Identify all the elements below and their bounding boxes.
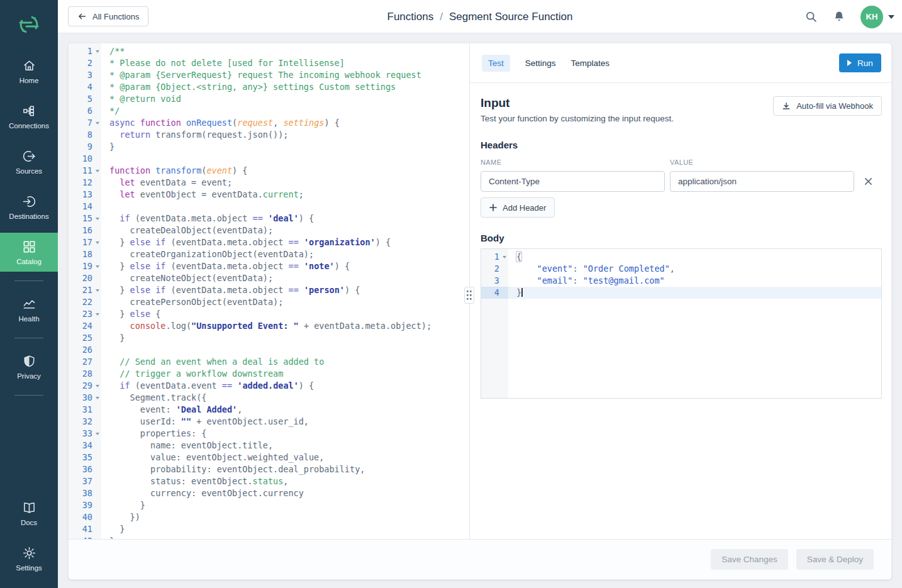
segment-logo[interactable] bbox=[18, 13, 40, 36]
sidebar-item-connections[interactable]: Connections bbox=[0, 97, 58, 136]
code-line[interactable]: 26 bbox=[69, 344, 469, 356]
code-line[interactable]: 2* Please do not delete [used for Intell… bbox=[69, 57, 469, 69]
fold-arrow-icon[interactable] bbox=[96, 433, 99, 435]
sidebar-item-destinations[interactable]: Destinations bbox=[0, 187, 58, 226]
code-line[interactable]: 10 bbox=[69, 153, 469, 165]
save-changes-button[interactable]: Save Changes bbox=[711, 549, 788, 570]
code-line[interactable]: 5* @return void bbox=[69, 93, 469, 105]
sidebar-item-label: Destinations bbox=[9, 213, 48, 220]
sidebar-item-catalog[interactable]: Catalog bbox=[0, 233, 58, 272]
fold-arrow-icon[interactable] bbox=[96, 397, 99, 399]
line-number: 37 bbox=[69, 475, 101, 487]
code-line[interactable]: 1/** bbox=[69, 45, 469, 57]
fold-arrow-icon[interactable] bbox=[96, 313, 99, 316]
fold-arrow-icon[interactable] bbox=[96, 241, 99, 244]
code-line[interactable]: 27 // Send an event when a deal is added… bbox=[69, 356, 469, 368]
all-functions-button[interactable]: All Functions bbox=[68, 6, 148, 26]
code-line[interactable]: 4} bbox=[481, 287, 881, 299]
header-name-input[interactable] bbox=[481, 171, 665, 192]
code-line[interactable]: 11function transform(event) { bbox=[69, 165, 469, 177]
code-line[interactable]: 37 status: eventObject.status, bbox=[69, 475, 469, 487]
sidebar-nav: HomeConnectionsSourcesDestinationsCatalo… bbox=[0, 52, 58, 404]
code-line[interactable]: 15 if (eventData.meta.object == 'deal') … bbox=[69, 213, 469, 225]
code-line[interactable]: 7async function onRequest(request, setti… bbox=[69, 117, 469, 129]
code-line[interactable]: 4* @param {Object.<string, any>} setting… bbox=[69, 81, 469, 93]
sidebar-item-label: Connections bbox=[9, 122, 49, 130]
run-button[interactable]: Run bbox=[839, 53, 881, 72]
code-line[interactable]: 16 createDealObject(eventData); bbox=[69, 225, 469, 236]
save-deploy-button[interactable]: Save & Deploy bbox=[796, 549, 874, 570]
fold-arrow-icon[interactable] bbox=[96, 170, 99, 172]
code-line[interactable]: 21 } else if (eventData.meta.object == '… bbox=[69, 284, 469, 296]
top-header: All Functions Functions / Segment Source… bbox=[58, 0, 902, 33]
code-line[interactable]: 33 properties: { bbox=[69, 428, 469, 440]
remove-header-button[interactable] bbox=[864, 177, 872, 186]
pane-drag-handle[interactable] bbox=[464, 287, 474, 304]
code-line[interactable]: 14 bbox=[69, 201, 469, 213]
code-line[interactable]: 39 } bbox=[69, 499, 469, 511]
code-line[interactable]: 28 // trigger a workflow downstream bbox=[69, 368, 469, 380]
notifications-bell-icon[interactable] bbox=[833, 10, 845, 23]
code-line[interactable]: 3 "email": "test@gmail.com" bbox=[481, 275, 881, 287]
test-panel: TestSettingsTemplates Run Input Test you… bbox=[470, 43, 891, 539]
line-number: 27 bbox=[69, 356, 101, 368]
code-line[interactable]: 35 value: eventObject.weighted_value, bbox=[69, 452, 469, 463]
source-code-editor[interactable]: 1/**2* Please do not delete [used for In… bbox=[69, 43, 469, 539]
code-line[interactable]: 41 } bbox=[69, 523, 469, 535]
fold-arrow-icon[interactable] bbox=[96, 50, 99, 53]
breadcrumb-parent[interactable]: Functions bbox=[387, 11, 434, 23]
line-number: 34 bbox=[69, 440, 101, 452]
code-line[interactable]: 24 console.log("Unsupported Event: " + e… bbox=[69, 320, 469, 332]
code-line[interactable]: 17 } else if (eventData.meta.object == '… bbox=[69, 236, 469, 248]
code-line[interactable]: 20 createNoteObject(eventData); bbox=[69, 272, 469, 284]
sidebar-item-health[interactable]: Health bbox=[0, 290, 58, 329]
fold-arrow-icon[interactable] bbox=[96, 385, 99, 387]
sidebar-item-settings[interactable]: Settings bbox=[0, 539, 58, 578]
code-line[interactable]: 18 createOrganizationObject(eventData); bbox=[69, 248, 469, 260]
connections-icon bbox=[22, 104, 36, 118]
code-line[interactable]: 36 probability: eventObject.deal_probabi… bbox=[69, 463, 469, 475]
code-line[interactable]: 40 }) bbox=[69, 511, 469, 523]
code-line[interactable]: 34 name: eventObject.title, bbox=[69, 440, 469, 452]
sidebar-item-docs[interactable]: Docs bbox=[0, 494, 58, 533]
add-header-button[interactable]: Add Header bbox=[481, 197, 555, 218]
sidebar-item-home[interactable]: Home bbox=[0, 52, 58, 91]
code-line[interactable]: 6*/ bbox=[69, 105, 469, 117]
code-line[interactable]: 23 } else { bbox=[69, 308, 469, 320]
fold-arrow-icon[interactable] bbox=[96, 265, 99, 268]
code-line[interactable]: 12 let eventData = event; bbox=[69, 177, 469, 189]
code-line[interactable]: 1{ bbox=[481, 251, 881, 263]
line-number: 9 bbox=[69, 141, 101, 153]
fold-arrow-icon[interactable] bbox=[96, 289, 99, 292]
code-line[interactable]: 29 if (eventData.event == 'added.deal') … bbox=[69, 380, 469, 392]
code-line[interactable]: 13 let eventObject = eventData.current; bbox=[69, 189, 469, 201]
code-line[interactable]: 8 return transform(request.json()); bbox=[69, 129, 469, 141]
code-line[interactable]: 25 } bbox=[69, 332, 469, 344]
tab-templates[interactable]: Templates bbox=[571, 55, 610, 72]
avatar[interactable]: KH bbox=[860, 6, 883, 28]
code-line[interactable]: 9} bbox=[69, 141, 469, 153]
code-line[interactable]: 22 createPersonObject(eventData); bbox=[69, 296, 469, 308]
code-line[interactable]: 42} bbox=[69, 535, 469, 539]
code-line[interactable]: 2 "event": "Order Completed", bbox=[481, 263, 881, 275]
add-header-label: Add Header bbox=[503, 203, 546, 213]
sidebar-item-sources[interactable]: Sources bbox=[0, 142, 58, 181]
code-line[interactable]: 38 currency: eventObject.currency bbox=[69, 487, 469, 499]
code-line[interactable]: 32 userId: "" + eventObject.user_id, bbox=[69, 416, 469, 428]
sidebar-item-privacy[interactable]: Privacy bbox=[0, 347, 58, 386]
fold-arrow-icon[interactable] bbox=[503, 256, 506, 258]
request-body-editor[interactable]: 1{2 "event": "Order Completed",3 "email"… bbox=[481, 248, 882, 399]
autofill-webhook-button[interactable]: Auto-fill via Webhook bbox=[773, 96, 882, 116]
header-value-input[interactable] bbox=[670, 171, 854, 192]
code-line[interactable]: 30 Segment.track({ bbox=[69, 392, 469, 404]
code-line[interactable]: 19 } else if (eventData.meta.object == '… bbox=[69, 260, 469, 272]
search-icon[interactable] bbox=[805, 10, 818, 23]
tab-test[interactable]: Test bbox=[482, 55, 510, 72]
user-menu[interactable]: KH bbox=[860, 6, 894, 28]
code-line[interactable]: 31 event: 'Deal Added', bbox=[69, 404, 469, 416]
fold-arrow-icon[interactable] bbox=[96, 218, 99, 220]
line-number: 19 bbox=[69, 260, 101, 272]
fold-arrow-icon[interactable] bbox=[96, 122, 99, 125]
code-line[interactable]: 3* @param {ServerRequest} request The in… bbox=[69, 69, 469, 81]
tab-settings[interactable]: Settings bbox=[525, 55, 556, 72]
